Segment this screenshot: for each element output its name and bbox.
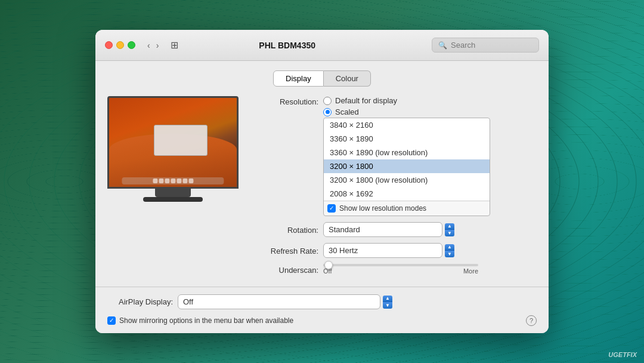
refresh-rate-select[interactable]: 30 Hertz bbox=[323, 243, 442, 258]
radio-default-label: Default for display bbox=[335, 96, 397, 105]
dock-icon bbox=[159, 179, 163, 183]
slider-labels: Off More bbox=[323, 267, 478, 275]
main-area: Resolution: Default for display bbox=[107, 96, 537, 277]
refresh-up-button[interactable]: ▲ bbox=[445, 244, 454, 251]
resolution-item-5[interactable]: 3200 × 1800 (low resolution) bbox=[324, 173, 490, 187]
tabs: Display Colour bbox=[107, 70, 537, 87]
ugetfix-badge: UGETFIX bbox=[608, 351, 637, 358]
dock-icon bbox=[177, 179, 181, 183]
tab-display[interactable]: Display bbox=[273, 70, 324, 87]
search-input[interactable] bbox=[451, 41, 528, 50]
airplay-stepper: ▲ ▼ bbox=[383, 296, 392, 309]
rotation-value: Standard bbox=[329, 225, 360, 234]
resolution-item-4[interactable]: 3200 × 1800 bbox=[324, 159, 490, 173]
rotation-select[interactable]: Standard bbox=[323, 222, 442, 237]
airplay-select-container: Off ▲ ▼ bbox=[178, 294, 392, 309]
dock-icon bbox=[188, 179, 193, 183]
resolution-item-3[interactable]: 3360 × 1890 (low resolution) bbox=[324, 146, 490, 159]
window-title: PHL BDM4350 bbox=[147, 41, 427, 50]
titlebar: ‹ › ⊞ PHL BDM4350 🔍 bbox=[95, 30, 549, 61]
resolution-item-6[interactable]: 2008 × 1692 bbox=[324, 187, 490, 201]
radio-scaled-circle bbox=[323, 108, 332, 116]
checkbox-check-icon: ✓ bbox=[329, 205, 334, 211]
slider-thumb bbox=[324, 261, 333, 269]
resolution-item-1[interactable]: 3840 × 2160 bbox=[324, 118, 490, 132]
monitor-preview bbox=[107, 96, 239, 202]
airplay-row: AirPlay Display: Off ▲ ▼ bbox=[107, 294, 537, 309]
airplay-value: Off bbox=[183, 297, 193, 306]
rotation-up-button[interactable]: ▲ bbox=[445, 223, 454, 230]
tab-colour[interactable]: Colour bbox=[324, 70, 371, 87]
underscan-label: Underscan: bbox=[253, 264, 318, 275]
underscan-slider-container: Off More bbox=[323, 264, 478, 275]
airplay-label: AirPlay Display: bbox=[107, 297, 173, 306]
resolution-list: 3840 × 2160 3360 × 1890 3360 × 1890 (low… bbox=[323, 118, 490, 216]
slider-label-more: More bbox=[463, 267, 478, 275]
underscan-row: Underscan: Off More bbox=[253, 264, 537, 275]
rotation-stepper: ▲ ▼ bbox=[445, 223, 454, 236]
airplay-down-button[interactable]: ▼ bbox=[383, 302, 392, 309]
preferences-window: ‹ › ⊞ PHL BDM4350 🔍 Display Colour bbox=[95, 30, 549, 333]
rotation-down-button[interactable]: ▼ bbox=[445, 230, 454, 236]
show-low-res-checkbox[interactable]: ✓ bbox=[327, 204, 336, 213]
refresh-down-button[interactable]: ▼ bbox=[445, 251, 454, 257]
close-button[interactable] bbox=[105, 41, 113, 49]
rotation-select-container: Standard ▲ ▼ bbox=[323, 222, 454, 237]
airplay-select[interactable]: Off bbox=[178, 294, 380, 309]
settings-area: Resolution: Default for display bbox=[253, 96, 537, 277]
resolution-label: Resolution: bbox=[253, 96, 318, 106]
monitor-base bbox=[143, 197, 203, 202]
wallpaper bbox=[109, 98, 237, 187]
content-area: Display Colour bbox=[95, 61, 549, 287]
dialog-preview bbox=[154, 125, 208, 156]
monitor-stand bbox=[155, 189, 191, 197]
resolution-options: Default for display Scaled 3840 × 2160 bbox=[323, 96, 490, 216]
refresh-rate-select-container: 30 Hertz ▲ ▼ bbox=[323, 243, 454, 258]
mirroring-check-icon: ✓ bbox=[109, 318, 114, 324]
rotation-label: Rotation: bbox=[253, 224, 318, 235]
underscan-slider[interactable] bbox=[323, 264, 478, 266]
radio-scaled[interactable]: Scaled bbox=[323, 107, 490, 116]
rotation-row: Rotation: Standard ▲ ▼ bbox=[253, 222, 537, 237]
mirroring-label: Show mirroring options in the menu bar w… bbox=[119, 316, 293, 325]
refresh-rate-row: Refresh Rate: 30 Hertz ▲ ▼ bbox=[253, 243, 537, 258]
resolution-item-2[interactable]: 3360 × 1890 bbox=[324, 132, 490, 146]
dock-icon bbox=[182, 179, 187, 183]
radio-group: Default for display Scaled bbox=[323, 96, 490, 116]
show-low-res-row: ✓ Show low resolution modes bbox=[324, 201, 490, 216]
radio-default[interactable]: Default for display bbox=[323, 96, 490, 105]
dock-preview bbox=[122, 177, 224, 184]
radio-scaled-label: Scaled bbox=[335, 107, 359, 116]
mirroring-row: ✓ Show mirroring options in the menu bar… bbox=[107, 315, 537, 326]
search-icon: 🔍 bbox=[438, 41, 447, 50]
dock-icon bbox=[171, 179, 175, 183]
help-button[interactable]: ? bbox=[526, 315, 537, 326]
dock-icon bbox=[153, 179, 157, 183]
maximize-button[interactable] bbox=[128, 41, 135, 49]
resolution-row: Resolution: Default for display bbox=[253, 96, 537, 216]
search-bar[interactable]: 🔍 bbox=[432, 38, 539, 53]
radio-default-circle bbox=[323, 97, 332, 105]
monitor-screen bbox=[107, 96, 239, 189]
bottom-section: AirPlay Display: Off ▲ ▼ ✓ Show mirrorin… bbox=[95, 287, 549, 333]
refresh-rate-stepper: ▲ ▼ bbox=[445, 244, 454, 257]
airplay-up-button[interactable]: ▲ bbox=[383, 296, 392, 302]
show-low-res-label: Show low resolution modes bbox=[339, 204, 426, 213]
refresh-rate-label: Refresh Rate: bbox=[253, 245, 318, 256]
refresh-rate-value: 30 Hertz bbox=[329, 246, 358, 255]
minimize-button[interactable] bbox=[116, 41, 124, 49]
radio-dot bbox=[326, 110, 330, 114]
traffic-lights bbox=[105, 41, 135, 49]
mirroring-checkbox[interactable]: ✓ bbox=[107, 316, 116, 325]
dock-icon bbox=[165, 179, 169, 183]
